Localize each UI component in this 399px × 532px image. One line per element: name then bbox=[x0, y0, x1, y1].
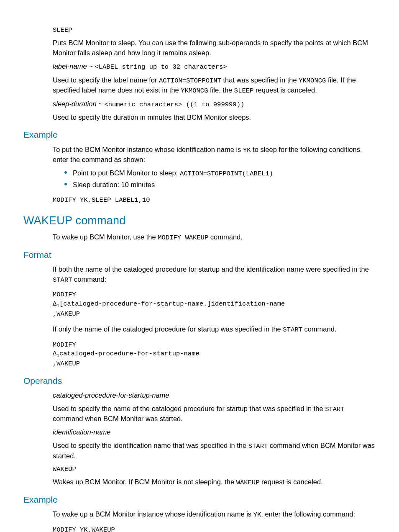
example2-codeblock: MODIFY YK,WAKEUP bbox=[53, 526, 376, 532]
page: SLEEP Puts BCM Monitor to sleep. You can… bbox=[0, 0, 399, 532]
example2-heading: Example bbox=[23, 493, 376, 506]
labelname-syntax: label-name ~ <LABEL string up to 32 char… bbox=[53, 62, 376, 72]
operand-3-desc: Wakes up BCM Monitor. If BCM Monitor is … bbox=[53, 477, 376, 487]
labelname-prefix: label-name ~ bbox=[53, 62, 95, 70]
format-intro: If both the name of the cataloged proced… bbox=[53, 265, 376, 285]
example1-bullet-2: Sleep duration: 10 minutes bbox=[64, 180, 376, 190]
example1-codeblock: MODIFY YK,SLEEP LABEL1,10 bbox=[53, 196, 376, 205]
labelname-description: Used to specify the label name for ACTIO… bbox=[53, 75, 376, 96]
operand-3-name: WAKEUP bbox=[53, 465, 376, 474]
example1-bullets: Point to put BCM Monitor to sleep: ACTIO… bbox=[53, 168, 376, 190]
format-heading: Format bbox=[23, 249, 376, 261]
example1-intro: To put the BCM Monitor instance whose id… bbox=[53, 145, 376, 165]
example2-intro: To wake up a BCM Monitor instance whose … bbox=[53, 509, 376, 519]
sleepduration-description: Used to specify the duration in minutes … bbox=[53, 113, 376, 123]
sleepdur-prefix: sleep-duration ~ bbox=[53, 100, 104, 108]
wakeup-heading: WAKEUP command bbox=[23, 213, 376, 229]
labelname-code: <LABEL string up to 32 characters> bbox=[95, 63, 227, 71]
sleep-label: SLEEP bbox=[53, 26, 376, 35]
example2-content: To wake up a BCM Monitor instance whose … bbox=[53, 509, 376, 532]
wakeup-intro-block: To wake up BCM Monitor, use the MODIFY W… bbox=[53, 232, 376, 242]
operand-2-name: identification-name bbox=[53, 427, 376, 437]
format-mid: If only the name of the cataloged proced… bbox=[53, 324, 376, 334]
operands-content: cataloged-procedure-for-startup-name Use… bbox=[53, 391, 376, 488]
example1-content: To put the BCM Monitor instance whose id… bbox=[53, 145, 376, 205]
operand-1-name: cataloged-procedure-for-startup-name bbox=[53, 391, 376, 401]
sleepduration-syntax: sleep-duration ~ <numeric characters> ((… bbox=[53, 99, 376, 109]
operand-1-desc: Used to specify the name of the cataloge… bbox=[53, 404, 376, 424]
example1-heading: Example bbox=[23, 129, 376, 141]
format-codeblock-1: MODIFY Δ1[cataloged-procedure-for-startu… bbox=[53, 290, 376, 319]
sleepdur-code: <numeric characters> ((1 to 999999)) bbox=[104, 101, 244, 108]
format-codeblock-2: MODIFY Δ1cataloged-procedure-for-startup… bbox=[53, 341, 376, 369]
example1-bullet-1: Point to put BCM Monitor to sleep: ACTIO… bbox=[64, 168, 376, 178]
wakeup-intro: To wake up BCM Monitor, use the MODIFY W… bbox=[53, 232, 376, 242]
sleep-section: SLEEP Puts BCM Monitor to sleep. You can… bbox=[53, 26, 376, 123]
sleep-description: Puts BCM Monitor to sleep. You can use t… bbox=[53, 38, 376, 58]
operand-2-desc: Used to specify the identification name … bbox=[53, 441, 376, 461]
format-content: If both the name of the cataloged proced… bbox=[53, 265, 376, 369]
operands-heading: Operands bbox=[23, 375, 376, 387]
